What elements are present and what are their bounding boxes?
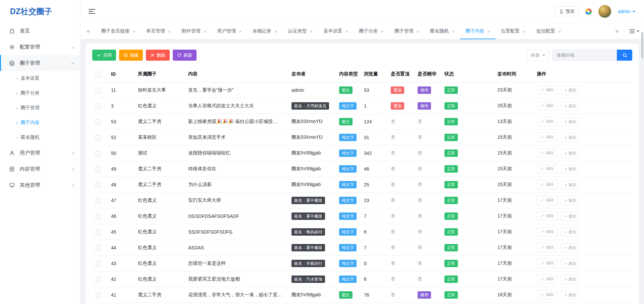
- row-delete-button[interactable]: × 删除: [561, 180, 580, 189]
- tab[interactable]: 短信配置 ×: [531, 23, 567, 39]
- row-checkbox[interactable]: [96, 214, 101, 219]
- tab[interactable]: 单页管理 ×: [141, 23, 176, 39]
- enable-button[interactable]: 启用: [92, 50, 116, 61]
- sidebar-subitem[interactable]: › 圈子内容: [0, 115, 80, 130]
- row-edit-button[interactable]: 编辑: [537, 117, 557, 126]
- sidebar-item-content[interactable]: 内容管理 ›: [0, 161, 80, 177]
- tab-close-icon[interactable]: ×: [381, 28, 384, 34]
- row-edit-button[interactable]: 编辑: [537, 85, 557, 95]
- row-checkbox[interactable]: [96, 261, 101, 266]
- row-edit-button[interactable]: 编辑: [537, 148, 557, 158]
- sidebar-item-home[interactable]: 首页: [0, 23, 80, 39]
- tab[interactable]: 用户管理 ×: [212, 23, 247, 39]
- row-delete-button[interactable]: × 删除: [561, 86, 580, 95]
- row-edit-button[interactable]: 编辑: [537, 227, 557, 236]
- sidebar-subitem[interactable]: › 基本设置: [0, 71, 80, 86]
- row-delete-button[interactable]: × 删除: [561, 212, 580, 221]
- row-delete-button[interactable]: × 删除: [561, 259, 580, 268]
- tab[interactable]: 位置配置 ×: [495, 23, 531, 39]
- row-edit-button[interactable]: 编辑: [537, 164, 557, 173]
- row-edit-button[interactable]: 编辑: [537, 101, 557, 110]
- row-edit-button[interactable]: 编辑: [537, 211, 557, 221]
- delete-label: 删除: [569, 198, 577, 203]
- row-checkbox[interactable]: [96, 293, 101, 298]
- row-delete-button[interactable]: × 删除: [561, 243, 580, 252]
- row-checkbox[interactable]: [96, 88, 101, 93]
- tab-close-icon[interactable]: ×: [523, 28, 526, 34]
- sidebar-subitem[interactable]: › 圈子分类: [0, 86, 80, 101]
- row-delete-button[interactable]: × 删除: [561, 133, 580, 142]
- hide-button[interactable]: 隐藏: [119, 50, 143, 61]
- search-input[interactable]: [552, 50, 617, 61]
- row-edit-button[interactable]: 编辑: [537, 259, 557, 268]
- tab-close-icon[interactable]: ×: [274, 28, 277, 34]
- row-delete-button[interactable]: × 删除: [561, 275, 580, 284]
- tab[interactable]: 基本设置 ×: [318, 23, 354, 39]
- row-delete-button[interactable]: × 删除: [561, 196, 580, 205]
- sidebar-subitem[interactable]: › 匿名随机: [0, 130, 80, 145]
- row-checkbox[interactable]: [96, 119, 101, 125]
- row-edit-button[interactable]: 编辑: [537, 243, 557, 252]
- sidebar-item-circle[interactable]: 圈子管理 ›: [0, 55, 80, 71]
- row-delete-button[interactable]: × 删除: [561, 117, 580, 126]
- tab[interactable]: 匿名随机 ×: [425, 23, 460, 39]
- row-checkbox[interactable]: [96, 245, 101, 251]
- tab-close-icon[interactable]: ×: [239, 28, 242, 34]
- sidebar-item-user[interactable]: 用户管理 ›: [0, 145, 80, 161]
- row-checkbox[interactable]: [96, 104, 101, 109]
- tab-close-icon[interactable]: ×: [204, 28, 207, 34]
- user-menu[interactable]: admin: [618, 9, 635, 14]
- cell-publisher: 匿名：月亮邮递员: [288, 98, 336, 114]
- cell-pinned: 否: [387, 287, 414, 303]
- cell-circle: 遵义二手房: [135, 114, 185, 130]
- tab-close-icon[interactable]: ×: [452, 28, 455, 34]
- row-delete-button[interactable]: × 删除: [561, 228, 580, 237]
- row-checkbox[interactable]: [96, 230, 101, 235]
- cell-actions: 编辑 × 删除: [534, 271, 632, 287]
- row-delete-button[interactable]: × 删除: [561, 102, 580, 111]
- row-checkbox[interactable]: [96, 167, 101, 172]
- tab[interactable]: 圈子管理 ×: [389, 23, 425, 39]
- row-checkbox[interactable]: [96, 277, 101, 282]
- search-button[interactable]: [617, 50, 632, 61]
- tab[interactable]: 余额记录 ×: [247, 23, 283, 39]
- preview-button[interactable]: 预览: [555, 6, 579, 16]
- avatar[interactable]: [598, 5, 611, 18]
- tab[interactable]: 圈子内容 ×: [460, 23, 496, 39]
- row-edit-button[interactable]: 编辑: [537, 196, 557, 205]
- row-delete-button[interactable]: × 删除: [561, 165, 580, 174]
- sidebar-subitem[interactable]: › 圈子管理: [0, 101, 80, 115]
- tab[interactable]: 圈子分类 ×: [354, 23, 389, 39]
- hamburger-menu-icon[interactable]: [89, 9, 95, 14]
- tab-close-icon[interactable]: ×: [345, 28, 348, 34]
- delete-button[interactable]: 删除: [146, 50, 170, 61]
- palette-icon[interactable]: [585, 8, 592, 15]
- tab-close-icon[interactable]: ×: [168, 28, 171, 34]
- search-filter-select[interactable]: 标题: [527, 50, 549, 61]
- row-checkbox[interactable]: [96, 135, 101, 140]
- tab-close-icon[interactable]: ×: [310, 28, 313, 34]
- tab-close-icon[interactable]: ×: [416, 28, 419, 34]
- row-checkbox[interactable]: [96, 198, 101, 203]
- tab[interactable]: 圈子首页链接 ×: [96, 23, 141, 39]
- row-checkbox[interactable]: [96, 151, 101, 156]
- tab-close-icon[interactable]: ×: [132, 28, 136, 34]
- row-delete-button[interactable]: × 删除: [561, 149, 580, 158]
- tab-close-icon[interactable]: ×: [558, 28, 561, 34]
- tab[interactable]: 认证类型 ×: [283, 23, 318, 39]
- sidebar-item-config[interactable]: 配置管理 ›: [0, 39, 80, 55]
- page-scrollbar[interactable]: [641, 32, 643, 58]
- tab-scroll-right[interactable]: »: [609, 23, 625, 39]
- tab[interactable]: 附件管理 ×: [176, 23, 212, 39]
- row-edit-button[interactable]: 编辑: [537, 275, 557, 284]
- tab-scroll-left[interactable]: «: [80, 23, 96, 39]
- row-edit-button[interactable]: 编辑: [537, 290, 557, 299]
- tab-close-icon[interactable]: ×: [487, 28, 490, 34]
- row-edit-button[interactable]: 编辑: [537, 133, 557, 142]
- row-checkbox[interactable]: [96, 182, 101, 188]
- row-delete-button[interactable]: × 删除: [561, 291, 580, 300]
- refresh-button[interactable]: 刷新: [173, 50, 197, 61]
- sidebar-item-other[interactable]: 其他管理 ›: [0, 177, 80, 193]
- row-edit-button[interactable]: 编辑: [537, 180, 557, 189]
- select-all-checkbox[interactable]: [96, 72, 101, 77]
